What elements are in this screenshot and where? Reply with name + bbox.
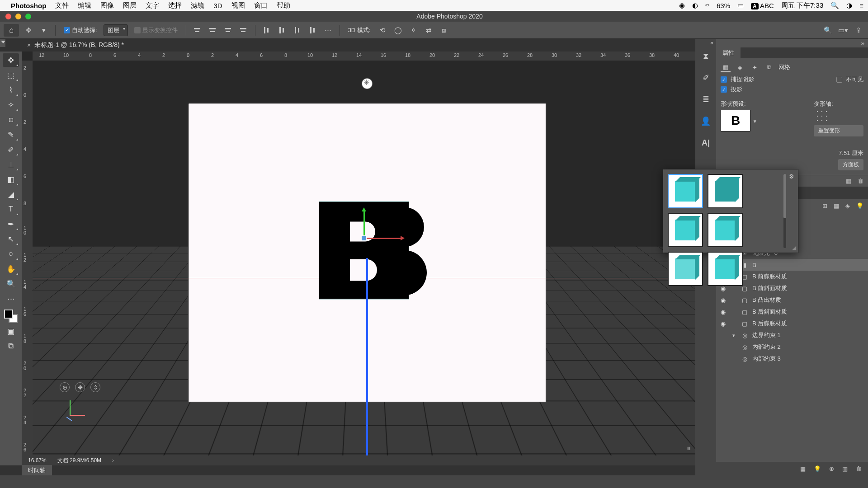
align-center-h-icon[interactable] <box>207 24 219 36</box>
sv-orbit-icon[interactable]: ⊕ <box>60 382 70 392</box>
new-light-icon[interactable]: 💡 <box>814 465 821 472</box>
3d-roll-icon[interactable]: ◯ <box>392 24 404 36</box>
zoom-window[interactable] <box>25 14 31 19</box>
cc-icon[interactable]: ◐ <box>692 1 698 9</box>
search-icon[interactable]: 🔍 <box>822 24 834 36</box>
filter-material-icon[interactable]: ◈ <box>845 202 850 209</box>
siri-icon[interactable]: ◑ <box>846 1 852 9</box>
preset-thumb-5[interactable] <box>668 252 703 286</box>
align-stretch-icon[interactable] <box>238 24 250 36</box>
screenmode-tool[interactable]: ⧉ <box>3 339 19 353</box>
traffic-lights[interactable] <box>5 14 31 19</box>
preset-thumb-1[interactable] <box>668 174 703 208</box>
dock-paragraph-icon[interactable]: A| <box>699 136 712 149</box>
constraint-label[interactable]: 边界约束 1 <box>752 331 781 339</box>
minimize-window[interactable] <box>15 14 21 19</box>
deform-axis-grid[interactable] <box>814 108 827 122</box>
visibility-toggle[interactable]: ◉ <box>719 309 727 315</box>
home-button[interactable]: ⌂ <box>4 24 19 37</box>
menu-layer[interactable]: 图层 <box>123 1 137 10</box>
mat-label[interactable]: B 后斜面材质 <box>752 308 787 316</box>
menu-select[interactable]: 选择 <box>168 1 182 10</box>
document-tab[interactable]: × 未标题-1 @ 16.7% (B, RGB/8) * <box>27 41 124 49</box>
align-center-v-icon[interactable] <box>276 24 288 36</box>
pen-tool[interactable]: ✒ <box>3 217 19 231</box>
close-tab-icon[interactable]: × <box>27 42 31 49</box>
new-mesh-icon[interactable]: ⊕ <box>829 465 834 472</box>
3d-pan-icon[interactable]: ✧ <box>407 24 419 36</box>
stamp-tool[interactable]: ⊥ <box>3 158 19 171</box>
menu-icon[interactable]: ≡ <box>859 2 863 9</box>
trash-icon[interactable]: 🗑 <box>858 178 863 184</box>
filter-light-icon[interactable]: 💡 <box>856 202 863 209</box>
3d-orbit-icon[interactable]: ⟲ <box>377 24 388 36</box>
menu-help[interactable]: 帮助 <box>277 1 290 10</box>
invisible-checkbox[interactable] <box>836 77 842 83</box>
capture-shadow-checkbox[interactable]: ✓ <box>721 76 727 83</box>
sv-dolly-icon[interactable]: ⇕ <box>90 382 100 392</box>
lasso-tool[interactable]: ⌇ <box>3 83 19 97</box>
menu-edit[interactable]: 编辑 <box>78 1 91 10</box>
eyedropper-tool[interactable]: ✎ <box>3 128 19 141</box>
more-align-icon[interactable]: ⋯ <box>322 24 334 36</box>
mat-label[interactable]: B 后膨胀材质 <box>752 319 787 328</box>
zoom-tool[interactable]: 🔍 <box>3 277 19 291</box>
shape-preset-thumb[interactable]: B▾ <box>721 110 750 131</box>
dock-history-icon[interactable]: ⧗ <box>699 50 712 62</box>
dock-adjust-icon[interactable]: ≣ <box>699 93 712 106</box>
preset-thumb-2[interactable] <box>708 174 743 208</box>
arrange-icon[interactable]: ▭▾ <box>837 24 849 36</box>
mat-label[interactable]: B 前膨胀材质 <box>752 272 787 281</box>
wifi-icon[interactable]: ⌔ <box>705 2 709 9</box>
mesh-tab-cap-icon[interactable]: ✦ <box>750 62 760 72</box>
delete-icon[interactable]: 🗑 <box>856 465 862 472</box>
move-tool-icon[interactable]: ✥ <box>23 24 34 36</box>
mesh-tab-deform-icon[interactable]: ◈ <box>735 62 745 72</box>
cast-shadow-checkbox[interactable]: ✓ <box>721 86 727 93</box>
shape-preset-popup[interactable]: ⚙ ◢ <box>663 169 798 253</box>
ruler-vertical[interactable]: 20246810121416182022242628 <box>22 61 33 455</box>
twisty-icon[interactable]: ▾ <box>731 333 737 338</box>
preset-thumb-6[interactable] <box>708 252 743 286</box>
render-icon[interactable]: ▦ <box>846 178 851 184</box>
eraser-tool[interactable]: ◧ <box>3 173 19 186</box>
share-icon[interactable]: ⇪ <box>853 24 864 36</box>
record-icon[interactable]: ◉ <box>679 1 685 9</box>
path-select-tool[interactable]: ↖ <box>3 232 19 246</box>
mesh-tab-mesh-icon[interactable]: ▦ <box>721 62 731 72</box>
panel-menu-icon[interactable]: ≡ <box>686 447 693 450</box>
infinite-light-widget[interactable] <box>362 79 372 89</box>
depth-value[interactable]: 7.51 厘米 <box>839 149 863 157</box>
timeline-tab[interactable]: 时间轴 <box>22 465 52 476</box>
collapse-dock-icon[interactable]: « <box>710 40 713 46</box>
filter-mesh-icon[interactable]: ▦ <box>834 202 839 209</box>
brush-tool[interactable]: ✐ <box>3 143 19 156</box>
reset-deform-button[interactable]: 重置变形 <box>814 125 863 136</box>
battery-icon[interactable]: ▭ <box>737 1 744 9</box>
tool-preset-dropdown[interactable]: ▾ <box>38 24 50 36</box>
panel-collapse-left[interactable] <box>0 39 5 47</box>
menu-image[interactable]: 图像 <box>100 1 114 10</box>
dock-brush-icon[interactable]: ✐ <box>699 71 712 84</box>
gear-icon[interactable]: ⚙ <box>789 173 794 180</box>
resize-grip-icon[interactable]: ◢ <box>792 244 796 251</box>
type-tool[interactable]: T <box>3 202 19 216</box>
align-left-icon[interactable] <box>192 24 203 36</box>
input-badge[interactable]: A <box>751 3 759 9</box>
dock-character-icon[interactable]: 👤 <box>699 115 712 127</box>
color-swatch[interactable] <box>4 310 18 323</box>
doc-size[interactable]: 文档:29.9M/6.50M <box>57 457 101 465</box>
inner-label[interactable]: 内部约束 3 <box>752 355 781 363</box>
menu-type[interactable]: 文字 <box>146 1 159 10</box>
visibility-toggle[interactable]: ◉ <box>719 297 727 304</box>
preset-thumb-3[interactable] <box>668 213 703 247</box>
menu-filter[interactable]: 滤镜 <box>191 1 204 10</box>
align-top-icon[interactable] <box>261 24 273 36</box>
3d-slide-icon[interactable]: ⇄ <box>423 24 434 36</box>
chevron-down-icon[interactable]: ▾ <box>754 118 756 124</box>
align-right-icon[interactable] <box>222 24 234 36</box>
b-label[interactable]: B <box>752 262 756 268</box>
shape-tool[interactable]: ○ <box>3 247 19 261</box>
magic-wand-tool[interactable]: ✧ <box>3 98 19 112</box>
menu-file[interactable]: 文件 <box>55 1 69 10</box>
